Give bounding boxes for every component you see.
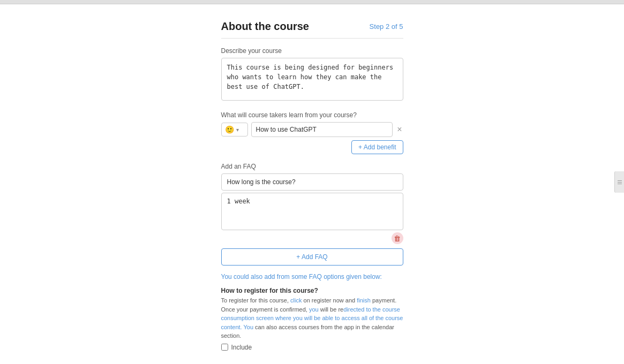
highlight-you3: You [244,324,254,330]
add-benefit-button[interactable]: + Add benefit [351,140,403,154]
highlight-you1: you [309,306,319,313]
top-bar [0,0,624,4]
highlight-finish: finish [357,297,371,304]
trash-icon: 🗑 [394,234,401,242]
form-container: About the course Step 2 of 5 Describe yo… [221,20,403,364]
chevron-down-icon: ▾ [236,127,239,133]
describe-label: Describe your course [221,47,403,55]
right-stub [614,171,624,193]
faq-options-hint: You could also add from some FAQ options… [221,273,403,280]
include-row: Include [221,344,403,351]
page-wrapper: About the course Step 2 of 5 Describe yo… [0,4,624,364]
faq-label: Add an FAQ [221,163,403,170]
include-label: Include [231,344,252,351]
emoji-select[interactable]: 🙂 ▾ [221,123,248,136]
benefit-input[interactable] [251,122,393,137]
step-indicator: Step 2 of 5 [370,22,403,31]
faq-option-item: How to register for this course? To regi… [221,287,403,351]
stub-line-1 [618,180,622,181]
describe-textarea[interactable]: This course is being designed for beginn… [221,58,403,101]
faq-option-title: How to register for this course? [221,287,403,294]
faq-option-body: To register for this course, click on re… [221,296,403,340]
highlight-you2: you [293,315,303,321]
benefit-row: 🙂 ▾ × [221,122,403,137]
stub-line-3 [618,184,622,184]
form-header: About the course Step 2 of 5 [221,20,403,39]
emoji-icon: 🙂 [225,125,234,134]
add-faq-button[interactable]: + Add FAQ [221,248,403,266]
page-title: About the course [221,20,309,33]
highlight-click: click [290,297,302,304]
remove-benefit-button[interactable]: × [396,125,403,134]
benefits-label: What will course takers learn from your … [221,111,403,119]
faq-delete-row: 🗑 [221,232,403,244]
faq-delete-button[interactable]: 🗑 [392,232,403,244]
faq-question-input[interactable] [221,173,403,191]
include-checkbox[interactable] [221,344,228,351]
faq-answer-textarea[interactable]: 1 week [221,193,403,230]
stub-line-2 [618,182,622,183]
